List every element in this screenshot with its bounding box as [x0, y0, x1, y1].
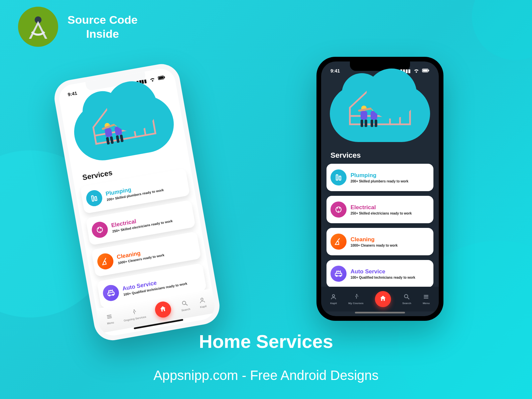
user-icon	[198, 296, 206, 305]
broom-icon	[330, 234, 347, 250]
tab-label: Kapil	[200, 305, 207, 309]
plug-icon	[91, 221, 109, 239]
plumbing-icon	[330, 169, 347, 185]
svg-point-48	[332, 294, 335, 297]
svg-point-50	[405, 294, 408, 298]
search-icon	[181, 299, 189, 308]
svg-rect-43	[339, 176, 341, 180]
menu-icon	[106, 313, 114, 321]
svg-line-22	[107, 316, 112, 317]
service-subtitle: 200+ Skilled plumbers ready to work	[351, 179, 408, 183]
svg-rect-36	[365, 120, 367, 127]
tab-search[interactable]: Search	[180, 299, 190, 312]
status-time: 9:41	[330, 68, 340, 74]
service-card-orange[interactable]: Cleaning1000+ Cleaners ready to work	[326, 228, 433, 255]
hero-illustration	[321, 80, 439, 147]
wifi-icon	[413, 67, 420, 75]
tab-label: Menu	[107, 321, 114, 325]
home-icon	[379, 295, 387, 303]
battery-icon	[157, 73, 166, 83]
svg-point-10	[114, 121, 120, 127]
tab-my-courses[interactable]: My Courses	[348, 293, 363, 305]
service-title: Auto Service	[351, 268, 415, 275]
svg-rect-7	[104, 128, 112, 137]
svg-rect-35	[361, 120, 363, 127]
svg-line-4	[95, 129, 134, 136]
service-title: Electrical	[351, 204, 412, 211]
car-icon	[102, 284, 120, 302]
svg-point-17	[97, 227, 103, 233]
section-title: Services	[330, 151, 361, 160]
phone-dark: 9:41 ▮▮▮▮	[316, 57, 443, 321]
tab-home[interactable]	[375, 291, 391, 307]
svg-rect-30	[428, 70, 429, 71]
service-card-blue[interactable]: Plumping200+ Skilled plumbers ready to w…	[326, 164, 433, 191]
svg-point-37	[371, 106, 377, 111]
service-title: Cleaning	[351, 236, 398, 243]
section-title: Services	[82, 168, 113, 182]
service-subtitle: 1000+ Cleaners ready to work	[351, 244, 398, 247]
android-studio-icon	[18, 7, 58, 47]
search-icon	[403, 293, 410, 301]
tab-home[interactable]	[154, 300, 172, 319]
home-icon	[159, 305, 167, 314]
tab-label: Search	[181, 307, 190, 312]
tab-menu[interactable]: Menu	[105, 313, 114, 325]
svg-rect-38	[371, 111, 377, 120]
menu-icon	[423, 293, 429, 301]
services-list-light: Plumping200+ Skilled plumbers ready to w…	[80, 168, 207, 308]
battery-icon	[422, 67, 429, 75]
status-time: 9:41	[68, 90, 78, 97]
plumbing-icon	[85, 189, 104, 208]
tab-label: Search	[402, 302, 411, 305]
tab-search[interactable]: Search	[402, 293, 411, 305]
badge-line1: Source Code	[68, 13, 138, 27]
svg-line-21	[107, 315, 111, 315]
svg-rect-40	[375, 120, 377, 127]
svg-point-25	[182, 301, 186, 305]
svg-line-51	[408, 298, 409, 299]
svg-rect-11	[114, 126, 122, 136]
runner-icon	[353, 293, 359, 301]
svg-rect-15	[92, 196, 94, 202]
plug-icon	[330, 202, 347, 218]
svg-rect-39	[371, 120, 373, 127]
svg-point-49	[356, 294, 357, 295]
badge-line2: Inside	[68, 27, 138, 41]
car-icon	[330, 266, 347, 282]
service-card-pink[interactable]: Electrical250+ Skilled electricians read…	[326, 196, 433, 223]
svg-rect-2	[158, 76, 163, 79]
user-icon	[330, 293, 337, 301]
svg-line-5	[141, 109, 146, 135]
service-subtitle: 250+ Skilled electricians ready to work	[351, 212, 412, 215]
services-list-dark: Plumping200+ Skilled plumbers ready to w…	[326, 164, 433, 287]
page-title: Home Services	[199, 330, 333, 352]
svg-rect-29	[423, 69, 427, 71]
service-subtitle: 100+ Qualified technicians ready to work	[351, 276, 415, 279]
svg-point-27	[201, 298, 204, 300]
svg-rect-42	[336, 175, 338, 180]
tab-kapil[interactable]: Kapil	[330, 293, 337, 305]
tab-menu[interactable]: Menu	[423, 293, 430, 305]
tab-ongoing-services[interactable]: Ongoing Services	[122, 307, 146, 322]
runner-icon	[130, 308, 138, 317]
page-subtitle: Appsnipp.com - Free Android Designs	[153, 368, 379, 383]
tab-label: Menu	[423, 302, 430, 305]
svg-line-23	[108, 317, 112, 318]
service-title: Plumping	[351, 172, 408, 179]
svg-rect-34	[361, 111, 367, 120]
tab-kapil[interactable]: Kapil	[198, 296, 207, 309]
broom-icon	[96, 252, 115, 271]
tab-label: My Courses	[348, 302, 363, 305]
source-code-badge: Source Code Inside	[18, 7, 138, 47]
tabbar-dark: KapilMy CoursesSearchMenu	[321, 287, 439, 311]
svg-line-26	[186, 304, 188, 306]
svg-point-24	[134, 309, 135, 311]
wifi-icon	[148, 75, 157, 84]
tab-label: Kapil	[330, 302, 337, 305]
svg-rect-16	[95, 196, 97, 201]
service-card-violet[interactable]: Auto Service100+ Qualified technicians r…	[326, 260, 433, 287]
